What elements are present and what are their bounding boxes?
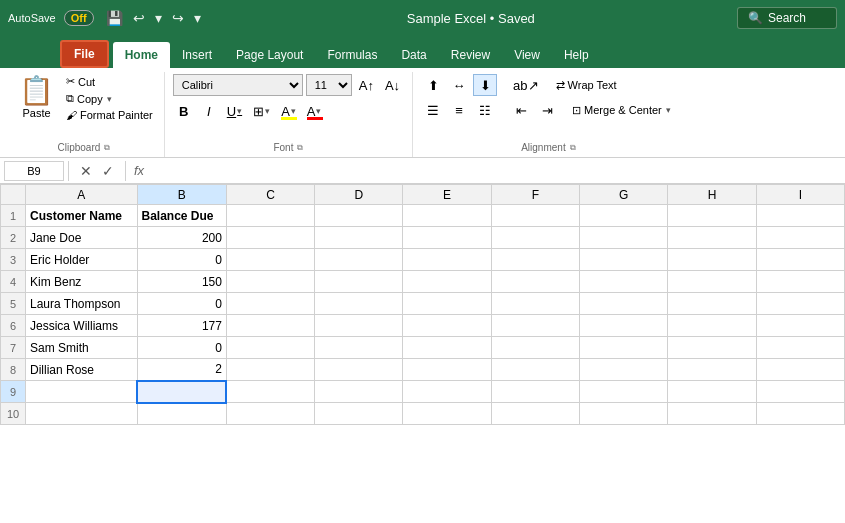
tab-insert[interactable]: Insert [170,42,224,68]
col-header-b[interactable]: B [137,185,226,205]
cell-i9[interactable] [756,381,844,403]
cell-c6[interactable] [226,315,314,337]
cell-b7[interactable]: 0 [137,337,226,359]
tab-page-layout[interactable]: Page Layout [224,42,315,68]
cell-i6[interactable] [756,315,844,337]
cell-a8[interactable]: Dillian Rose [26,359,138,381]
cell-b9[interactable] [137,381,226,403]
paste-button[interactable]: 📋 Paste [12,74,61,122]
cell-g10[interactable] [580,403,668,425]
cell-d6[interactable] [315,315,403,337]
cell-h4[interactable] [668,271,756,293]
cell-d8[interactable] [315,359,403,381]
cell-d2[interactable] [315,227,403,249]
tab-formulas[interactable]: Formulas [315,42,389,68]
cell-f10[interactable] [491,403,579,425]
copy-dropdown-arrow[interactable]: ▾ [107,94,112,104]
col-header-c[interactable]: C [226,185,314,205]
col-header-f[interactable]: F [491,185,579,205]
col-header-a[interactable]: A [26,185,138,205]
cell-h3[interactable] [668,249,756,271]
wrap-text-button[interactable]: ⇄ Wrap Text [551,76,622,95]
font-size-select[interactable]: 11 [306,74,352,96]
cell-f4[interactable] [491,271,579,293]
alignment-expand-icon[interactable]: ⧉ [570,143,576,153]
cell-h6[interactable] [668,315,756,337]
bold-button[interactable]: B [173,100,195,122]
cell-d10[interactable] [315,403,403,425]
cell-e8[interactable] [403,359,491,381]
cell-f2[interactable] [491,227,579,249]
tab-help[interactable]: Help [552,42,601,68]
cell-i7[interactable] [756,337,844,359]
cell-c8[interactable] [226,359,314,381]
cell-c7[interactable] [226,337,314,359]
cell-h7[interactable] [668,337,756,359]
cell-g4[interactable] [580,271,668,293]
save-icon[interactable]: 💾 [102,8,127,28]
col-header-d[interactable]: D [315,185,403,205]
cell-c1[interactable] [226,205,314,227]
cell-e9[interactable] [403,381,491,403]
cell-b6[interactable]: 177 [137,315,226,337]
tab-review[interactable]: Review [439,42,502,68]
cell-f9[interactable] [491,381,579,403]
cell-a1[interactable]: Customer Name [26,205,138,227]
clipboard-expand-icon[interactable]: ⧉ [104,143,110,153]
orientation-button[interactable]: ab↗ [509,74,542,96]
cell-d7[interactable] [315,337,403,359]
cell-reference-input[interactable] [4,161,64,181]
cell-d4[interactable] [315,271,403,293]
cell-e3[interactable] [403,249,491,271]
cell-e1[interactable] [403,205,491,227]
cell-f5[interactable] [491,293,579,315]
cell-e4[interactable] [403,271,491,293]
redo-icon[interactable]: ↪ [168,8,188,28]
font-color-button[interactable]: A▾ [303,100,326,122]
format-painter-button[interactable]: 🖌 Format Painter [63,108,156,122]
cell-a4[interactable]: Kim Benz [26,271,138,293]
cell-f6[interactable] [491,315,579,337]
cell-a7[interactable]: Sam Smith [26,337,138,359]
cell-f7[interactable] [491,337,579,359]
align-center-button[interactable]: ≡ [447,99,471,121]
col-header-e[interactable]: E [403,185,491,205]
cell-g1[interactable] [580,205,668,227]
cell-i10[interactable] [756,403,844,425]
cell-h2[interactable] [668,227,756,249]
search-box[interactable]: 🔍 Search [737,7,837,29]
col-header-h[interactable]: H [668,185,756,205]
cell-h10[interactable] [668,403,756,425]
cell-b4[interactable]: 150 [137,271,226,293]
cell-d1[interactable] [315,205,403,227]
cell-a3[interactable]: Eric Holder [26,249,138,271]
tab-view[interactable]: View [502,42,552,68]
cell-c3[interactable] [226,249,314,271]
italic-button[interactable]: I [198,100,220,122]
cell-e7[interactable] [403,337,491,359]
formula-input[interactable] [148,161,841,181]
font-name-select[interactable]: Calibri [173,74,303,96]
cell-d3[interactable] [315,249,403,271]
cell-b1[interactable]: Balance Due [137,205,226,227]
cell-c9[interactable] [226,381,314,403]
cancel-formula-button[interactable]: ✕ [77,163,95,179]
cell-h5[interactable] [668,293,756,315]
cell-g3[interactable] [580,249,668,271]
cell-b8[interactable]: 2 [137,359,226,381]
col-header-g[interactable]: G [580,185,668,205]
cell-f8[interactable] [491,359,579,381]
cell-i1[interactable] [756,205,844,227]
cell-b10[interactable] [137,403,226,425]
undo-icon[interactable]: ↩ [129,8,149,28]
borders-button[interactable]: ⊞▾ [249,100,274,122]
cell-i4[interactable] [756,271,844,293]
cell-f3[interactable] [491,249,579,271]
align-middle-button[interactable]: ↔ [447,74,471,96]
cell-c2[interactable] [226,227,314,249]
cell-a2[interactable]: Jane Doe [26,227,138,249]
customize-icon[interactable]: ▾ [190,8,205,28]
cell-g5[interactable] [580,293,668,315]
tab-file[interactable]: File [60,40,109,68]
cell-d9[interactable] [315,381,403,403]
